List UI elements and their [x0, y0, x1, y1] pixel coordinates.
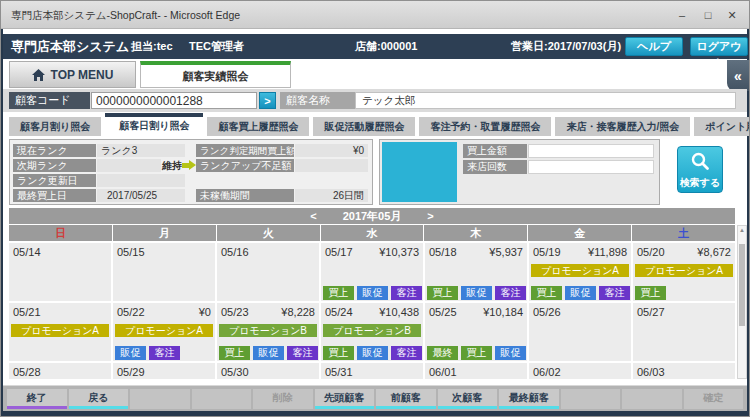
calendar-cell-06-01[interactable]: 06/01	[425, 363, 527, 379]
footer-button-next-customer[interactable]: 次顧客	[438, 389, 498, 409]
calendar-cell-05-30[interactable]: 05/30	[217, 363, 319, 379]
tag-button-sales-promo[interactable]: 販促	[357, 286, 388, 300]
customer-code-input[interactable]	[91, 92, 257, 109]
tag-button-sales-promo[interactable]: 販促	[461, 286, 492, 300]
next-month-button[interactable]: >	[427, 210, 433, 222]
tag-button-sales-promo[interactable]: 販促	[115, 346, 146, 360]
calendar-cell-05-22[interactable]: 05/22¥0プロモーションA販促客注	[113, 303, 215, 361]
cell-date: 06/03	[637, 366, 665, 378]
scrollbar-up-arrow[interactable]: ▲	[738, 226, 746, 234]
customer-name-field[interactable]	[355, 92, 736, 109]
calendar-cell-06-03[interactable]: 06/03	[633, 363, 735, 379]
keep-arrow-bar	[182, 163, 189, 168]
cell-tag-row: 買上販促客注	[427, 286, 526, 300]
tag-button-purchase[interactable]: 買上	[323, 346, 354, 360]
inquiry-tab-visit-service-input[interactable]: 来店・接客履歴入力/照会	[555, 117, 690, 136]
tag-button-customer-order[interactable]: 客注	[391, 346, 422, 360]
promotion-label: プロモーションA	[531, 264, 629, 277]
calendar-cell-05-26[interactable]: 05/26	[529, 303, 631, 361]
tag-button-customer-order[interactable]: 客注	[495, 286, 526, 300]
judge-amount-label: ランク判定期間買上額	[196, 144, 294, 157]
cell-date: 05/21	[13, 306, 41, 318]
footer-button-back[interactable]: 戻る	[69, 389, 129, 409]
tag-button-customer-order[interactable]: 客注	[391, 286, 422, 300]
keep-arrow-tip	[189, 160, 196, 170]
inquiry-tab-purchase-history[interactable]: 顧客買上履歴照会	[207, 117, 309, 136]
customer-name-label: 顧客名称	[280, 92, 355, 109]
footer-button-exit[interactable]: 終了	[7, 389, 67, 409]
prev-month-button[interactable]: <	[310, 210, 316, 222]
calendar-cell-05-29[interactable]: 05/29	[113, 363, 215, 379]
top-menu-label: TOP MENU	[51, 68, 114, 82]
help-button[interactable]: ヘルプ	[625, 37, 683, 56]
tag-button-sales-promo[interactable]: 販促	[565, 286, 596, 300]
tag-button-customer-order[interactable]: 客注	[599, 286, 630, 300]
cell-date: 06/02	[533, 366, 561, 378]
screen-tab-customer-results[interactable]: 顧客実績照会	[140, 61, 291, 88]
day-header: 水	[321, 225, 424, 241]
tag-button-sales-promo[interactable]: 販促	[357, 346, 388, 360]
window-titlebar: 専門店本部システム-ShopCraft- - Microsoft Edge – …	[1, 1, 749, 29]
cell-date: 05/27	[637, 306, 665, 318]
footer-button-prev-customer[interactable]: 前顧客	[376, 389, 436, 409]
calendar-week-3: 05/2805/2905/3005/3106/0106/0206/03	[9, 363, 735, 379]
calendar-cell-05-31[interactable]: 05/31	[321, 363, 423, 379]
tag-button-sales-promo[interactable]: 販促	[495, 346, 526, 360]
search-button[interactable]: 検索する	[677, 146, 723, 193]
promotion-label: プロモーションA	[635, 264, 733, 277]
calendar-cell-05-20[interactable]: 05/20¥8,672プロモーションA買上	[633, 243, 735, 301]
calendar-scrollbar[interactable]: ▲	[737, 225, 747, 379]
tag-button-sales-promo[interactable]: 販促	[253, 346, 284, 360]
calendar-cell-05-23[interactable]: 05/23¥8,228プロモーションB買上販促客注	[217, 303, 319, 361]
calendar-cell-05-16[interactable]: 05/16	[217, 243, 319, 301]
cell-tag-row: 買上販促客注	[531, 286, 630, 300]
calendar-cell-05-24[interactable]: 05/24¥10,438プロモーションB買上販促客注	[321, 303, 423, 361]
footer-button-last-customer[interactable]: 最終顧客	[499, 389, 559, 409]
tag-button-purchase[interactable]: 買上	[635, 286, 666, 300]
cell-date: 05/16	[221, 246, 249, 258]
tag-button-final[interactable]: 最終	[427, 346, 458, 360]
tag-button-customer-order[interactable]: 客注	[149, 346, 180, 360]
cell-tag-row: 買上販促客注	[219, 346, 318, 360]
calendar-cell-05-25[interactable]: 05/25¥10,184最終買上販促	[425, 303, 527, 361]
tag-button-purchase[interactable]: 買上	[461, 346, 492, 360]
footer-button-first-customer[interactable]: 先頭顧客	[315, 389, 375, 409]
cell-date: 05/19	[533, 246, 561, 258]
inquiry-tab-point-history[interactable]: ポイント履歴照会	[694, 117, 750, 136]
tag-button-purchase[interactable]: 買上	[219, 346, 250, 360]
calendar-cell-05-19[interactable]: 05/19¥11,898プロモーションA買上販促客注	[529, 243, 631, 301]
cell-amount: ¥10,184	[483, 306, 523, 318]
minimize-button[interactable]: –	[673, 7, 691, 23]
search-icon	[678, 151, 722, 175]
collapse-panel-button[interactable]: «	[727, 60, 749, 91]
tag-button-purchase[interactable]: 買上	[323, 286, 354, 300]
tag-button-purchase[interactable]: 買上	[427, 286, 458, 300]
calendar-cell-05-18[interactable]: 05/18¥5,937買上販促客注	[425, 243, 527, 301]
cell-amount: ¥8,672	[697, 246, 731, 258]
inquiry-tab-promotion-history[interactable]: 販促活動履歴照会	[313, 117, 415, 136]
rank-panel: 現在ランク ランク3 ランク判定期間買上額 ¥0 次期ランク 維持 ランクアップ…	[9, 139, 373, 205]
calendar-cell-06-02[interactable]: 06/02	[529, 363, 631, 379]
logout-button[interactable]: ログアウト	[690, 37, 748, 56]
maximize-button[interactable]: □	[699, 7, 717, 23]
calendar-cell-05-15[interactable]: 05/15	[113, 243, 215, 301]
calendar-week-1: 05/1405/1505/1605/17¥10,373買上販促客注05/18¥5…	[9, 243, 735, 301]
cell-tag-row: 買上	[635, 286, 666, 300]
footer-button-label: 先頭顧客	[324, 392, 364, 403]
cell-date: 05/31	[325, 366, 353, 378]
tag-button-customer-order[interactable]: 客注	[287, 346, 318, 360]
inquiry-tab-daily[interactable]: 顧客日割り照会	[105, 113, 203, 136]
close-button[interactable]: ✕	[723, 7, 741, 23]
calendar-cell-05-27[interactable]: 05/27	[633, 303, 735, 361]
top-menu-tab[interactable]: TOP MENU	[9, 61, 136, 88]
tag-button-purchase[interactable]: 買上	[531, 286, 562, 300]
calendar-cell-05-21[interactable]: 05/21プロモーションA	[9, 303, 111, 361]
customer-lookup-button[interactable]: >	[259, 92, 276, 109]
calendar-cell-05-17[interactable]: 05/17¥10,373買上販促客注	[321, 243, 423, 301]
calendar-cell-05-28[interactable]: 05/28	[9, 363, 111, 379]
app-window: 専門店本部システム-ShopCraft- - Microsoft Edge – …	[0, 0, 750, 417]
inquiry-tab-order-reserve-history[interactable]: 客注予約・取置履歴照会	[419, 117, 551, 136]
inquiry-tab-monthly[interactable]: 顧客月割り照会	[9, 117, 101, 136]
scrollbar-thumb[interactable]	[739, 244, 745, 326]
calendar-cell-05-14[interactable]: 05/14	[9, 243, 111, 301]
